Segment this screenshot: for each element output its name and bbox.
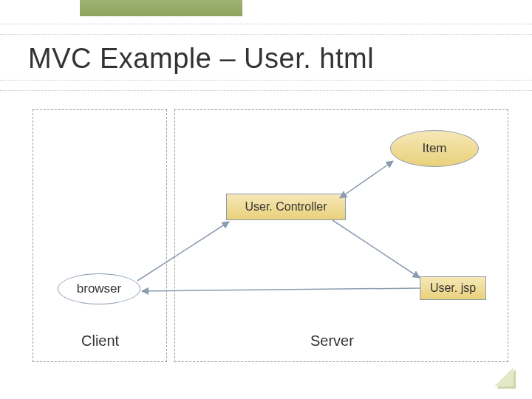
header-accent — [80, 0, 242, 16]
node-browser: browser — [58, 273, 140, 304]
slide-title: MVC Example – User. html — [28, 43, 374, 75]
node-controller: User. Controller — [226, 194, 346, 220]
client-zone — [33, 109, 167, 362]
node-item: Item — [390, 130, 479, 167]
slide: MVC Example – User. html Item User. Cont… — [0, 0, 532, 399]
rule — [0, 80, 532, 81]
rule — [0, 24, 532, 24]
client-label: Client — [81, 332, 119, 349]
server-label: Server — [310, 332, 354, 349]
node-userjsp: User. jsp — [420, 276, 486, 300]
rule — [0, 90, 532, 91]
rule — [0, 34, 532, 35]
page-curl-icon — [497, 369, 516, 389]
